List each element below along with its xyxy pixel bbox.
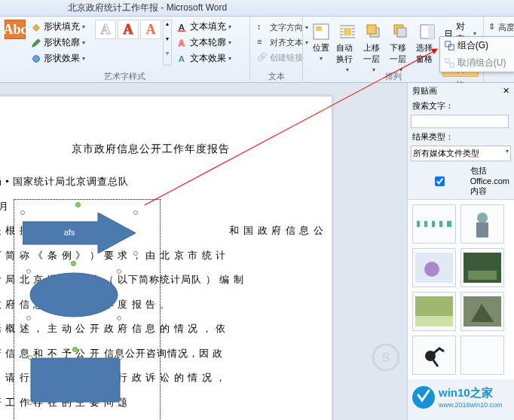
svg-rect-7 <box>344 28 351 35</box>
ribbon-group-label: 文本 <box>250 71 302 82</box>
bring-forward-button[interactable]: 上移一层▾ <box>361 20 387 62</box>
text-outline-icon: A <box>177 38 188 48</box>
group-icon <box>445 41 455 51</box>
pane-title: 剪贴画 <box>412 85 437 97</box>
svg-rect-26 <box>435 221 439 227</box>
rotation-handle[interactable] <box>71 261 76 266</box>
include-officecom-checkbox[interactable]: 包括 Office.com 内容 <box>408 163 514 199</box>
shape-style-sample[interactable]: Abc <box>5 20 26 39</box>
gallery-more-button[interactable]: ▿ <box>164 50 171 65</box>
chevron-down-icon: ▾ <box>82 23 85 30</box>
search-input[interactable] <box>411 115 509 128</box>
resize-handle[interactable] <box>28 355 32 360</box>
results-type-select[interactable]: 所有媒体文件类型▾ <box>411 146 511 161</box>
resize-handle[interactable] <box>20 210 25 215</box>
link-icon: 🔗 <box>257 52 268 63</box>
text-fill-icon: A <box>177 22 188 32</box>
svg-rect-25 <box>427 221 432 227</box>
rotation-handle[interactable] <box>75 202 81 207</box>
doc-line: 和 国 政 府 信 息 公 <box>229 219 324 244</box>
shape-ellipse[interactable] <box>29 271 119 318</box>
close-icon[interactable]: ✕ <box>503 86 509 96</box>
svg-rect-35 <box>415 316 453 326</box>
sogou-watermark: S <box>371 342 401 375</box>
text-direction-button[interactable]: ↕文字方向▾ <box>255 21 311 34</box>
doc-line: 计 局 • 国家统计局北京调查总队 <box>0 170 324 195</box>
svg-rect-19 <box>450 63 454 67</box>
menu-item-ungroup: 取消组合(U) <box>440 54 514 72</box>
rotation-handle[interactable] <box>72 347 78 352</box>
clipart-thumb[interactable] <box>412 292 456 331</box>
text-fill-button[interactable]: A文本填充▾ <box>175 20 234 34</box>
document-workspace: 京市政府信息公开工作年度报告 计 局 • 国家统计局北京调查总队 年三月 告 是… <box>0 83 407 420</box>
clipart-thumb[interactable] <box>412 248 456 287</box>
clipart-thumb[interactable] <box>460 336 504 375</box>
window-title: 北京政府统计工作年报 - Microsoft Word <box>68 2 227 14</box>
chevron-down-icon: ▾ <box>506 148 509 159</box>
shape-outline-button[interactable]: 形状轮廓▾ <box>29 35 87 50</box>
shape-arrow-text: afs <box>64 228 75 237</box>
svg-rect-16 <box>445 41 451 46</box>
align-text-button[interactable]: ≡对齐文本▾ <box>255 36 311 49</box>
resize-handle[interactable] <box>117 269 121 274</box>
clipart-results <box>408 199 514 379</box>
svg-rect-22 <box>31 358 120 402</box>
bucket-icon <box>31 22 41 32</box>
create-link-button: 🔗创建链接 <box>255 51 305 64</box>
ribbon-group-label: 艺术字样式 <box>0 71 249 82</box>
svg-text:A: A <box>179 54 185 63</box>
svg-rect-29 <box>476 222 488 238</box>
send-backward-button[interactable]: 下移一层▾ <box>387 20 414 62</box>
chevron-down-icon: ▾ <box>82 39 85 46</box>
clipart-pane: 剪贴画 ✕ 搜索文字： 结果类型： 所有媒体文件类型▾ 包括 Office.co… <box>407 83 514 420</box>
group-dropdown-menu: 组合(G) 取消组合(U) <box>439 36 514 72</box>
svg-rect-24 <box>420 221 424 227</box>
chevron-down-icon: ▾ <box>320 55 323 62</box>
gallery-up-button[interactable]: ▴ <box>164 20 171 35</box>
text-outline-button[interactable]: A文本轮廓▾ <box>175 35 234 50</box>
clipart-thumb[interactable] <box>460 248 504 287</box>
text-effect-icon: A <box>177 54 188 64</box>
svg-text:S: S <box>382 351 390 364</box>
resize-handle[interactable] <box>26 269 31 274</box>
menu-item-group[interactable]: 组合(G) <box>440 37 514 54</box>
gallery-down-button[interactable]: ▾ <box>164 35 171 51</box>
selection-pane-button[interactable]: 选择窗格 <box>414 20 440 62</box>
clipart-thumb[interactable] <box>412 336 456 375</box>
wordart-style-sample[interactable]: A <box>95 20 116 39</box>
clipart-thumb[interactable] <box>412 204 456 244</box>
results-label: 结果类型： <box>408 130 514 144</box>
position-button[interactable]: 位置▾ <box>307 20 334 62</box>
chevron-down-icon: ▾ <box>228 55 231 62</box>
document-page[interactable]: 京市政府信息公开工作年度报告 计 局 • 国家统计局北京调查总队 年三月 告 是… <box>0 97 332 420</box>
resize-handle[interactable] <box>28 400 32 405</box>
resize-handle[interactable] <box>133 210 138 215</box>
text-effects-button[interactable]: A文本效果▾ <box>175 51 234 66</box>
wordart-style-sample[interactable]: A <box>118 20 139 39</box>
svg-rect-17 <box>448 44 454 50</box>
clipart-thumb[interactable] <box>460 292 504 331</box>
chevron-down-icon: ▾ <box>228 39 231 46</box>
ribbon-group-wordart-styles: Abc 形状填充▾ 形状轮廓▾ 形状效果▾ A A A ▴ ▾ ▿ A文本填充▾… <box>0 17 250 83</box>
wordart-style-sample[interactable]: A <box>140 20 161 39</box>
svg-rect-6 <box>316 26 322 31</box>
resize-handle[interactable] <box>118 400 123 405</box>
svg-rect-18 <box>445 58 449 62</box>
resize-handle[interactable] <box>26 316 31 320</box>
svg-rect-27 <box>442 221 447 227</box>
clipart-thumb[interactable] <box>460 204 504 244</box>
wrap-text-button[interactable]: 自动换行▾ <box>334 20 360 62</box>
svg-rect-33 <box>468 271 497 280</box>
svg-point-31 <box>424 262 439 277</box>
shape-effects-button[interactable]: 形状效果▾ <box>29 51 87 66</box>
resize-handle[interactable] <box>133 251 138 256</box>
site-branding: win10之家 www.2016win10.com <box>412 382 509 415</box>
resize-handle[interactable] <box>118 355 123 360</box>
resize-handle[interactable] <box>20 251 25 256</box>
chevron-down-icon: ▾ <box>82 55 85 62</box>
resize-handle[interactable] <box>117 316 121 320</box>
shape-arrow[interactable]: afs <box>23 213 136 253</box>
ribbon-group-text: ↕文字方向▾ ≡对齐文本▾ 🔗创建链接 文本 <box>250 17 303 83</box>
shape-rectangle[interactable] <box>30 357 121 403</box>
shape-fill-button[interactable]: 形状填充▾ <box>29 20 87 34</box>
